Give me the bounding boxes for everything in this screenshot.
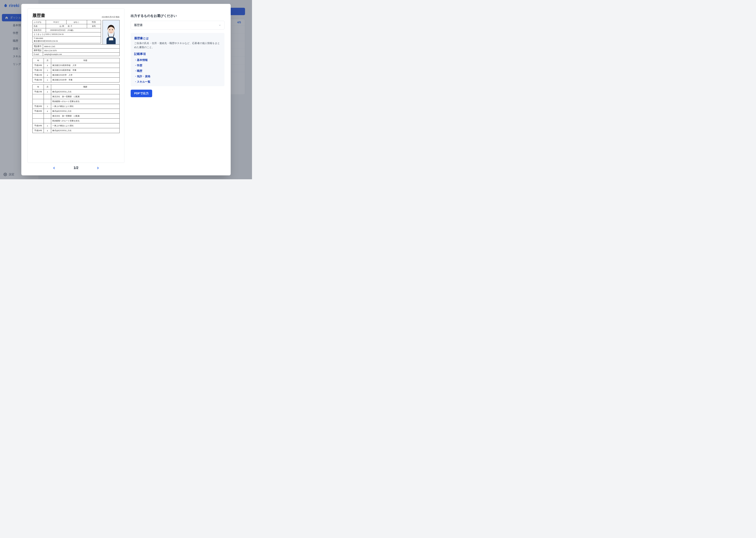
cell-desc: 株式会社XXXXに入社 [51, 109, 119, 114]
cell-desc: 東京都立XX大学 入学 [51, 73, 119, 78]
table-row: 平成21年4東京都立XX大学 入学 [32, 73, 119, 78]
resume-preview-doc: 履歴書 2024年05月25日 現在 ふりがな やまだ はなこ 性別 氏名 [27, 9, 124, 163]
output-modal: 履歴書 2024年05月25日 現在 ふりがな やまだ はなこ 性別 氏名 [21, 4, 231, 175]
cell-year [32, 114, 44, 119]
cell-month [44, 119, 51, 123]
table-row: 既存顧客へのルート営業を担当 [32, 119, 119, 123]
select-value: 履歴書 [134, 23, 143, 27]
info-title-items: 記載事項 [134, 52, 221, 56]
work-header-title: 職歴 [51, 84, 119, 89]
email-label: E-mail [32, 53, 43, 56]
contact-table: 電話番号0000-01-2345 携帯電話0X0-1234-5678 E-mai… [32, 44, 119, 56]
cell-desc: 東京都立XX大学 卒業 [51, 78, 119, 82]
edu-header-title: 学歴 [51, 58, 119, 63]
cell-month: 4 [44, 109, 51, 114]
cell-month: 4 [44, 128, 51, 133]
cell-desc: 東京支社 第一営業部 に配属 [51, 94, 119, 99]
table-row: 東京支社 第一営業部 に配属 [32, 94, 119, 99]
cell-year: 平成28年 [32, 104, 44, 109]
table-row: 東京支社 第一営業部 に配属 [32, 114, 119, 119]
dob-label: 生年月日 [32, 28, 46, 32]
edu-header-year: 年 [32, 58, 44, 63]
chevron-left-icon[interactable] [52, 166, 56, 170]
pager: 1/2 [27, 163, 124, 171]
dob-value: 199X年XX月XX日 （XX歳） [46, 28, 101, 32]
cell-desc: 一身上の都合により退社 [51, 104, 119, 109]
furigana-mei: はなこ [66, 20, 87, 24]
edu-header-month: 月 [44, 58, 51, 63]
info-list-item: 基本情報 [134, 57, 221, 63]
work-header-month: 月 [44, 84, 51, 89]
info-description: ご自身の氏名・住所・連絡先・職歴やスキルなど、応募者の個人情報をまとめた書類のこ… [134, 41, 221, 49]
cell-year [32, 119, 44, 123]
portrait-placeholder-icon [103, 20, 119, 44]
email-value: sample@example.com [43, 53, 119, 56]
id-photo [103, 20, 119, 44]
cell-year: 平成25年 [32, 78, 44, 82]
name-label: 氏名 [32, 24, 46, 28]
doc-title: 履歴書 [32, 13, 45, 19]
cell-year: 平成18年 [32, 63, 44, 68]
cell-month: 4 [44, 73, 51, 78]
export-pdf-button[interactable]: PDFで出力 [131, 90, 152, 97]
cell-year: 平成25年 [32, 89, 44, 94]
name-table: ふりがな やまだ はなこ 性別 氏名 山田 花子 女性 生年月日 199 [32, 20, 101, 43]
output-type-select[interactable]: 履歴書 [131, 21, 224, 29]
work-header-year: 年 [32, 84, 44, 89]
cell-year [32, 99, 44, 104]
name-value: 山田 花子 [46, 24, 87, 28]
cell-year: 平成28年 [32, 109, 44, 114]
cell-desc: 株式会社XXXXに入社 [51, 128, 119, 133]
addr-furigana: とうきょうとXXXくXXXX1234-56 [32, 32, 101, 36]
gender-label: 性別 [87, 20, 101, 24]
page-indicator: 1/2 [73, 166, 78, 170]
mobile-value: 0X0-1234-5678 [43, 48, 119, 53]
table-row: 平成30年3一身上の都合により退社 [32, 123, 119, 128]
addr-zip: 〒000-0000 [32, 36, 101, 40]
cell-month: 4 [44, 63, 51, 68]
svg-point-4 [112, 29, 113, 30]
phone-label: 電話番号 [32, 44, 43, 48]
table-row: 既存顧客へのルート営業を担当 [32, 99, 119, 104]
info-list-item: スキル一覧 [134, 79, 221, 84]
mobile-label: 携帯電話 [32, 48, 43, 53]
cell-desc: 一身上の都合により退社 [51, 123, 119, 128]
cell-month: 3 [44, 78, 51, 82]
table-row: 平成28年3一身上の都合により退社 [32, 104, 119, 109]
cell-year: 平成21年 [32, 68, 44, 73]
cell-month [44, 99, 51, 104]
cell-year: 平成21年 [32, 73, 44, 78]
output-settings-panel: 出力するものをお選びください 履歴書 履歴書とは ご自身の氏名・住所・連絡先・職… [131, 9, 224, 171]
gender-value: 女性 [87, 24, 101, 28]
doc-date: 2024年05月25日 現在 [102, 16, 120, 19]
table-row: 平成21年3東京都立XX高等学校 卒業 [32, 68, 119, 73]
preview-panel: 履歴書 2024年05月25日 現在 ふりがな やまだ はなこ 性別 氏名 [27, 9, 124, 171]
chevron-down-icon [218, 24, 221, 27]
cell-month: 4 [44, 89, 51, 94]
cell-year [32, 94, 44, 99]
cell-desc: 既存顧客へのルート営業を担当 [51, 99, 119, 104]
table-row: 平成25年4株式会社XXXXに入社 [32, 89, 119, 94]
table-row: 平成28年4株式会社XXXXに入社 [32, 109, 119, 114]
chevron-right-icon[interactable] [96, 166, 100, 170]
addr-value: 東京都XXX区XXXX1234-56 [32, 40, 101, 43]
info-list-item: 職歴 [134, 68, 221, 74]
table-row: 平成18年4東京都立XX高等学校 入学 [32, 63, 119, 68]
cell-desc: 東京支社 第一営業部 に配属 [51, 114, 119, 119]
cell-month: 3 [44, 123, 51, 128]
cell-month: 3 [44, 104, 51, 109]
furigana-sei: やまだ [46, 20, 67, 24]
info-list-item: 免許・資格 [134, 74, 221, 79]
cell-month [44, 114, 51, 119]
work-table: 年 月 職歴 平成25年4株式会社XXXXに入社東京支社 第一営業部 に配属既存… [32, 84, 119, 133]
cell-desc: 東京都立XX高等学校 卒業 [51, 68, 119, 73]
table-row: 平成25年3東京都立XX大学 卒業 [32, 78, 119, 82]
svg-point-3 [109, 29, 110, 30]
cell-desc: 株式会社XXXXに入社 [51, 89, 119, 94]
cell-year: 平成30年 [32, 128, 44, 133]
cell-year: 平成30年 [32, 123, 44, 128]
cell-month: 3 [44, 68, 51, 73]
furigana-label: ふりがな [32, 20, 46, 24]
table-row: 平成30年4株式会社XXXXに入社 [32, 128, 119, 133]
info-box: 履歴書とは ご自身の氏名・住所・連絡先・職歴やスキルなど、応募者の個人情報をまと… [131, 33, 224, 86]
